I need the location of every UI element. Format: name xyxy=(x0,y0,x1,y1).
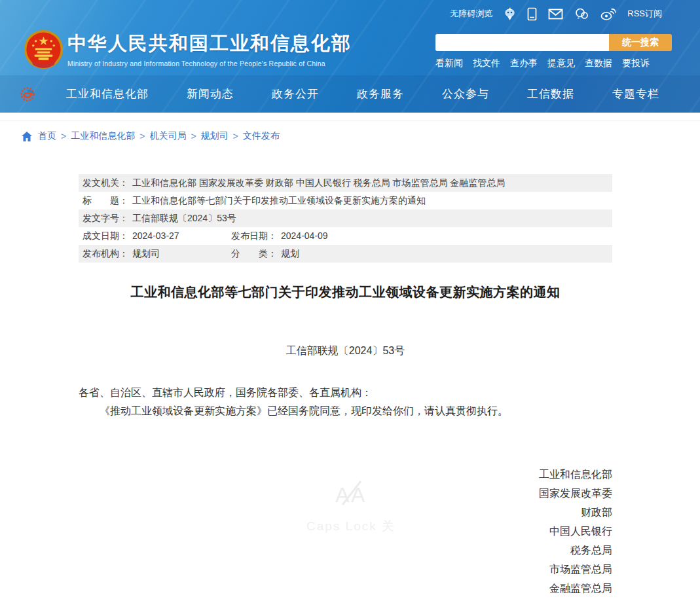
breadcrumb-departments[interactable]: 机关司局 xyxy=(149,130,186,142)
breadcrumb-planning-dept[interactable]: 规划司 xyxy=(201,130,229,142)
quick-link-data[interactable]: 查数据 xyxy=(585,58,612,69)
meta-value-written-date: 2024-03-27 xyxy=(132,230,179,242)
mobile-icon[interactable] xyxy=(527,7,537,21)
meta-label: 发文机关： xyxy=(83,177,128,189)
quick-link-feedback[interactable]: 提意见 xyxy=(547,58,575,69)
signature-line: 中国人民银行 xyxy=(79,522,612,541)
site-header: 无障碍浏览 RSS订阅 xyxy=(0,0,700,113)
document-body: 各省、自治区、直辖市人民政府，国务院各部委、各直属机构： 《推动工业领域设备更新… xyxy=(79,384,612,420)
robot-mascot-icon[interactable] xyxy=(504,7,516,21)
quick-links: 看新闻 找文件 查办事 提意见 查数据 要投诉 xyxy=(435,58,672,69)
breadcrumb-separator: > xyxy=(139,131,145,141)
meta-label: 发布机构： xyxy=(83,248,128,260)
meta-row-issuing-org: 发文机关： 工业和信息化部 国家发展改革委 财政部 中国人民银行 税务总局 市场… xyxy=(79,174,612,192)
signature-line: 市场监管总局 xyxy=(79,560,612,579)
quick-link-news[interactable]: 看新闻 xyxy=(435,58,463,69)
meta-value-issuing-org: 工业和信息化部 国家发展改革委 财政部 中国人民银行 税务总局 市场监管总局 金… xyxy=(132,177,505,189)
signature-block: 工业和信息化部 国家发展改革委 财政部 中国人民银行 税务总局 市场监管总局 金… xyxy=(79,465,612,601)
document-title: 工业和信息化部等七部门关于印发推动工业领域设备更新实施方案的通知 xyxy=(79,283,612,301)
meta-value-category: 规划 xyxy=(281,248,299,260)
meta-row-title: 标 题： 工业和信息化部等七部门关于印发推动工业领域设备更新实施方案的通知 xyxy=(79,192,612,209)
search-area: 统一搜索 看新闻 找文件 查办事 提意见 查数据 要投诉 xyxy=(435,34,672,69)
meta-value-publish-date: 2024-04-09 xyxy=(281,230,328,242)
quick-link-files[interactable]: 找文件 xyxy=(473,58,500,69)
meta-row-dates: 成文日期： 2024-03-27 发布日期： 2024-04-09 xyxy=(79,227,612,245)
wechat-icon[interactable] xyxy=(574,8,589,20)
unified-search-button[interactable]: 统一搜索 xyxy=(609,34,672,51)
breadcrumb-file-release[interactable]: 文件发布 xyxy=(243,130,280,142)
breadcrumb-home[interactable]: 首页 xyxy=(38,130,56,142)
nav-item-miit[interactable]: 工业和信息化部 xyxy=(66,86,149,101)
nav-item-topics[interactable]: 专题专栏 xyxy=(612,86,659,101)
weibo-icon[interactable] xyxy=(600,8,616,20)
meta-label: 发布日期： xyxy=(231,230,277,242)
accessibility-link[interactable]: 无障碍浏览 xyxy=(450,8,492,20)
national-emblem xyxy=(23,29,64,70)
topbar: 无障碍浏览 RSS订阅 xyxy=(450,7,662,21)
nav-item-gov-services[interactable]: 政务服务 xyxy=(357,86,404,101)
main-nav: 工业和信息化部 新闻动态 政务公开 政务服务 公众参与 工信数据 专题专栏 xyxy=(0,75,700,113)
meta-row-publisher: 发布机构： 规划司 分 类： 规划 xyxy=(79,245,612,263)
meta-label: 成文日期： xyxy=(83,230,128,242)
miit-logo-icon xyxy=(20,86,35,102)
header-divider xyxy=(0,113,700,121)
nav-items: 工业和信息化部 新闻动态 政务公开 政务服务 公众参与 工信数据 专题专栏 xyxy=(35,86,700,101)
meta-label: 分 类： xyxy=(231,248,277,260)
meta-value-title: 工业和信息化部等七部门关于印发推动工业领域设备更新实施方案的通知 xyxy=(132,195,426,207)
nav-item-news[interactable]: 新闻动态 xyxy=(187,86,234,101)
signature-line: 工业和信息化部 xyxy=(79,465,612,484)
meta-label: 发文字号： xyxy=(83,213,128,225)
document-content: 发文机关： 工业和信息化部 国家发展改革委 财政部 中国人民银行 税务总局 市场… xyxy=(79,174,612,601)
breadcrumb: 首页 > 工业和信息化部 > 机关司局 > 规划司 > 文件发布 xyxy=(0,121,700,150)
signature-line: 金融监管总局 xyxy=(79,579,612,598)
mail-icon[interactable] xyxy=(548,9,563,20)
document-meta-table: 发文机关： 工业和信息化部 国家发展改革委 财政部 中国人民银行 税务总局 市场… xyxy=(79,174,612,263)
signature-line: 国家发展改革委 xyxy=(79,484,612,503)
breadcrumb-miit[interactable]: 工业和信息化部 xyxy=(71,130,135,142)
signature-date: 2024年3月27日 xyxy=(79,598,612,601)
breadcrumb-separator: > xyxy=(191,131,196,141)
rss-link[interactable]: RSS订阅 xyxy=(627,8,662,20)
org-names: 中华人民共和国工业和信息化部 Ministry of Industry and … xyxy=(67,31,352,67)
nav-item-participation[interactable]: 公众参与 xyxy=(442,86,489,101)
salutation-paragraph: 各省、自治区、直辖市人民政府，国务院各部委、各直属机构： xyxy=(79,384,612,402)
quick-link-complaint[interactable]: 要投诉 xyxy=(622,58,650,69)
breadcrumb-separator: > xyxy=(233,131,238,141)
meta-row-doc-no: 发文字号： 工信部联规〔2024〕53号 xyxy=(79,209,612,227)
org-name-cn: 中华人民共和国工业和信息化部 xyxy=(67,31,352,57)
quick-link-services[interactable]: 查办事 xyxy=(510,58,538,69)
meta-label: 标 题： xyxy=(83,195,128,207)
nav-item-data[interactable]: 工信数据 xyxy=(527,86,574,101)
breadcrumb-separator: > xyxy=(61,131,66,141)
org-name-en: Ministry of Industry and Information Tec… xyxy=(67,60,352,67)
body-paragraph: 《推动工业领域设备更新实施方案》已经国务院同意，现印发给你们，请认真贯彻执行。 xyxy=(79,402,612,420)
meta-value-publisher: 规划司 xyxy=(132,248,160,260)
nav-item-gov-info[interactable]: 政务公开 xyxy=(272,86,319,101)
home-icon[interactable] xyxy=(22,132,32,141)
search-input[interactable] xyxy=(435,34,609,51)
meta-value-doc-no: 工信部联规〔2024〕53号 xyxy=(132,213,236,225)
document-number: 工信部联规〔2024〕53号 xyxy=(79,344,612,358)
signature-line: 财政部 xyxy=(79,503,612,522)
signature-line: 税务总局 xyxy=(79,541,612,560)
